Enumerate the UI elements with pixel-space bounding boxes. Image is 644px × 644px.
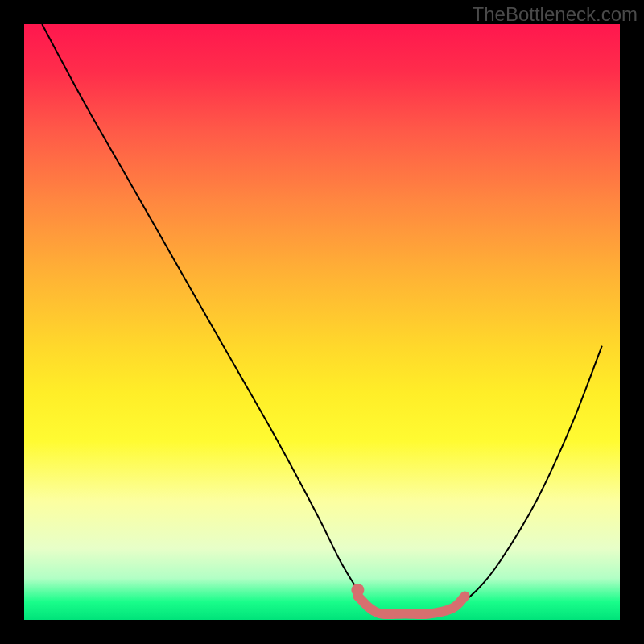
optimum-highlight [357, 596, 464, 614]
optimum-dot [351, 584, 364, 597]
plot-area [24, 24, 620, 620]
attribution-text: TheBottleneck.com [473, 3, 638, 26]
bottleneck-curve [42, 24, 602, 615]
curve-svg [24, 24, 620, 620]
chart-container: TheBottleneck.com [0, 0, 644, 644]
